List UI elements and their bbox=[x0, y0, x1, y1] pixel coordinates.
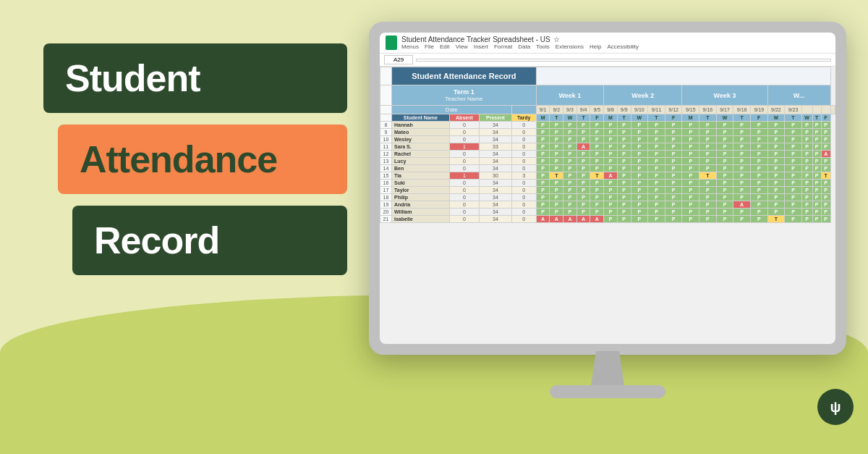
col-header-row: Student Name Absent Present Tardy M T W … bbox=[380, 114, 835, 122]
header-term-row: Term 1 Teacher Name Week 1 Week 2 Week 3… bbox=[380, 85, 835, 106]
table-row: 20 William 0 34 0 PPPPP PPPPP PPPPP PPPP… bbox=[380, 209, 835, 216]
header-title-row: Student Attendance Record bbox=[380, 67, 835, 85]
table-row: 9 Mateo 0 34 0 PPPPP PPPPP PPPPP PPPPP bbox=[380, 129, 835, 136]
monitor: Student Attendance Tracker Spreadsheet -… bbox=[369, 22, 846, 413]
menu-data[interactable]: Data bbox=[518, 43, 530, 50]
sheets-menu-row: Menus File Edit View Insert Format Data … bbox=[401, 43, 830, 50]
spreadsheet-content: Student Attendance Record Term 1 Teacher… bbox=[380, 67, 835, 344]
sheets-format-bar: A29 bbox=[380, 54, 835, 67]
date-row: Date 9/1 9/2 9/3 9/4 9/5 9/8 9/9 9/10 9/… bbox=[380, 106, 835, 114]
table-row: 12 Rachel 0 34 0 PPPPP PPPPP PPPPP PPPPA bbox=[380, 151, 835, 158]
monitor-body: Student Attendance Tracker Spreadsheet -… bbox=[369, 22, 846, 355]
left-panel: Student Attendance Record bbox=[43, 43, 347, 275]
table-row: 11 Sara S. 1 33 0 PPPAP PPPPP PPPPP PPPP… bbox=[380, 143, 835, 151]
sheets-title-area: Student Attendance Tracker Spreadsheet -… bbox=[401, 35, 830, 50]
spreadsheet-main-title: Student Attendance Record bbox=[392, 67, 537, 85]
table-row: 16 Suki 0 34 0 PPPPP PPPPP PPPPP PPPPP bbox=[380, 180, 835, 187]
sheets-toolbar: Student Attendance Tracker Spreadsheet -… bbox=[380, 33, 835, 54]
table-row: 14 Ben 0 34 0 PPPPP PPPPP PPPPP PPPPP bbox=[380, 165, 835, 172]
table-row: 15 Tia 1 30 3 PTPPT APPPP PTPPP PPPPT bbox=[380, 172, 835, 180]
table-row: 10 Wesley 0 34 0 PPPPP PPPPP PPPPP PPPPP bbox=[380, 136, 835, 143]
title-line2: Attendance bbox=[80, 138, 277, 180]
sheets-logo-icon bbox=[386, 35, 397, 50]
table-row: 18 Philip 0 34 0 PPPPP PPPPP PPPPP PPPPP bbox=[380, 194, 835, 201]
menu-file[interactable]: File bbox=[425, 43, 434, 50]
menu-extensions[interactable]: Extensions bbox=[556, 43, 584, 50]
menu-tools[interactable]: Tools bbox=[536, 43, 550, 50]
monitor-screen: Student Attendance Tracker Spreadsheet -… bbox=[380, 33, 835, 344]
teacher-logo-badge: ψ bbox=[817, 389, 854, 425]
table-row: 17 Taylor 0 34 0 PPPPP PPPPP PPPPP PPPPP bbox=[380, 187, 835, 194]
spreadsheet-table: Student Attendance Record Term 1 Teacher… bbox=[380, 67, 835, 223]
menu-edit[interactable]: Edit bbox=[440, 43, 450, 50]
formula-bar bbox=[416, 59, 831, 62]
sheets-title-row: Student Attendance Tracker Spreadsheet -… bbox=[401, 35, 830, 43]
term-label: Term 1 Teacher Name bbox=[392, 85, 537, 106]
menu-accessibility[interactable]: Accessibility bbox=[607, 43, 639, 50]
date-label: Date bbox=[392, 106, 512, 114]
table-row: 13 Lucy 0 34 0 PPPPP PPPPP PPPPP PPPPP bbox=[380, 158, 835, 165]
menu-format[interactable]: Format bbox=[494, 43, 512, 50]
table-row: 8 Hannah 0 34 0 PPPPP PPPPP PPPPP PPPPP bbox=[380, 122, 835, 129]
week1-header: Week 1 bbox=[536, 85, 603, 106]
sheets-title: Student Attendance Tracker Spreadsheet -… bbox=[401, 35, 550, 43]
menu-insert[interactable]: Insert bbox=[474, 43, 488, 50]
star-icon: ☆ bbox=[553, 35, 560, 43]
badge-symbol: ψ bbox=[830, 399, 841, 416]
title-box-attendance: Attendance bbox=[58, 125, 347, 194]
title-line3: Record bbox=[94, 219, 219, 261]
cell-reference[interactable]: A29 bbox=[384, 55, 413, 64]
menu-view[interactable]: View bbox=[456, 43, 468, 50]
week3-header: Week 3 bbox=[682, 85, 767, 106]
week2-header: Week 2 bbox=[604, 85, 682, 106]
week4-header: W... bbox=[767, 85, 830, 106]
table-row: 19 Andria 0 34 0 PPPPP PPPPP PPPAP PPPPP bbox=[380, 201, 835, 209]
monitor-base bbox=[550, 385, 665, 398]
menu-help[interactable]: Help bbox=[590, 43, 601, 50]
title-line1: Student bbox=[65, 57, 200, 99]
table-row: 21 Isabelle 0 34 0 AAAAA PPPPP PPPPP TPP… bbox=[380, 216, 835, 223]
title-box-record: Record bbox=[72, 206, 347, 275]
title-box-student: Student bbox=[43, 43, 347, 113]
menu-menus[interactable]: Menus bbox=[401, 43, 419, 50]
